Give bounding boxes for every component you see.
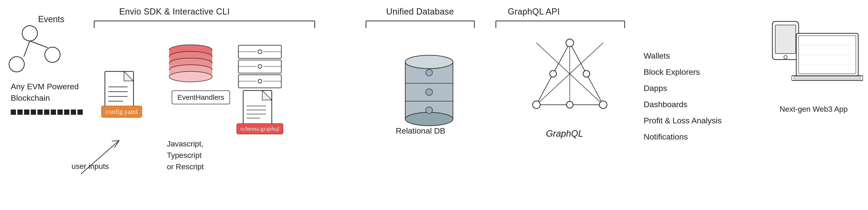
dapps-label: Dapps xyxy=(644,80,722,96)
next-gen-label: Next-gen Web3 App xyxy=(780,105,848,113)
schema-graphql-area: schema.graphql xyxy=(241,88,279,134)
unified-db-label: Unified Database xyxy=(386,7,454,17)
svg-rect-80 xyxy=(794,77,861,79)
svg-point-10 xyxy=(45,47,60,62)
laptop-icon xyxy=(792,31,863,92)
svg-line-13 xyxy=(30,41,48,47)
config-yaml-area: config.yaml xyxy=(102,69,141,117)
svg-point-56 xyxy=(426,89,432,96)
svg-point-68 xyxy=(550,70,556,77)
svg-point-31 xyxy=(169,71,212,82)
svg-line-15 xyxy=(115,140,119,148)
svg-point-55 xyxy=(426,69,432,76)
svg-point-67 xyxy=(599,101,607,109)
svg-point-51 xyxy=(405,55,453,69)
event-handlers-label: EventHandlers xyxy=(177,93,224,101)
dashboards-label: Dashboards xyxy=(644,96,722,112)
notifications-label: Notifications xyxy=(644,129,722,145)
svg-point-52 xyxy=(405,112,453,126)
architecture-diagram: Events Envio SDK & Interactive CLI Unifi… xyxy=(0,0,868,210)
svg-point-11 xyxy=(9,57,24,72)
relational-db-label: Relational DB xyxy=(396,126,445,136)
svg-point-70 xyxy=(566,101,573,108)
relational-db-area xyxy=(401,47,458,127)
graphql-label: GraphQL xyxy=(546,129,583,139)
event-handlers-box: EventHandlers xyxy=(172,91,230,104)
app-list: Wallets Block Explorers Dapps Dashboards… xyxy=(644,47,722,145)
svg-point-69 xyxy=(583,70,590,77)
svg-point-65 xyxy=(566,39,574,47)
events-label: Events xyxy=(38,14,64,24)
blockchain-bar xyxy=(11,109,83,115)
db-drawers xyxy=(236,43,284,92)
evm-label: Any EVM Powered Blockchain xyxy=(11,81,79,104)
lang-support-label: Javascript, Typescript or Rescript xyxy=(167,138,204,172)
graphql-graph-area xyxy=(524,36,615,127)
svg-point-9 xyxy=(22,26,37,41)
stack-layers xyxy=(167,40,215,87)
block-explorers-label: Block Explorers xyxy=(644,64,722,80)
svg-point-57 xyxy=(426,107,432,113)
user-inputs-label: user inputs xyxy=(71,162,109,171)
svg-line-16 xyxy=(112,140,119,141)
config-yaml-label: config.yaml xyxy=(101,106,142,117)
wallets-label: Wallets xyxy=(644,47,722,64)
graphql-api-label: GraphQL API xyxy=(508,7,560,17)
envio-sdk-label: Envio SDK & Interactive CLI xyxy=(119,7,230,17)
svg-point-66 xyxy=(533,101,540,109)
schema-graphql-label: schema.graphql xyxy=(237,123,283,134)
profit-loss-label: Profit & Loss Analysis xyxy=(644,112,722,129)
svg-line-12 xyxy=(24,41,30,57)
